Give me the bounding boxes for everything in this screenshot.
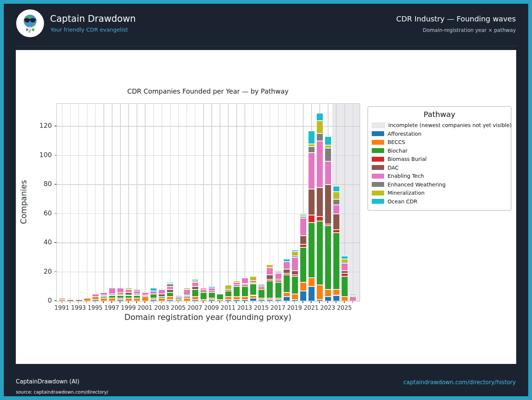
bar-segment — [258, 286, 265, 288]
bar-segment — [308, 223, 315, 278]
bar-segment — [266, 300, 273, 301]
bar-segment — [208, 300, 215, 301]
bar-segment — [250, 281, 257, 282]
bar-segment — [100, 295, 107, 297]
legend-swatch — [372, 148, 384, 153]
bar-segment — [250, 276, 257, 281]
bar-segment — [300, 291, 307, 301]
x-tick-mark — [302, 301, 303, 303]
bar-segment — [242, 284, 248, 285]
legend-label: Incomplete (newest companies not yet vis… — [388, 122, 512, 128]
legend-item: Enhanced Weathering — [372, 180, 507, 189]
bar-segment — [167, 282, 173, 284]
bar-segment — [175, 300, 182, 301]
bar-segment — [242, 285, 248, 286]
bar-segment — [325, 185, 331, 224]
bar-segment — [258, 300, 265, 301]
bar-segment — [300, 214, 307, 215]
footer-link[interactable]: captaindrawdown.com/directory/history — [403, 379, 516, 386]
bar-segment — [184, 289, 190, 295]
bar-segment — [292, 300, 298, 301]
brand-tagline: Your friendly CDR evangelist — [50, 27, 128, 33]
bar-segment — [341, 263, 348, 270]
x-tick-mark — [286, 301, 287, 303]
x-tick-mark — [228, 301, 228, 303]
bar-segment — [167, 297, 173, 300]
bar-segment — [192, 281, 199, 282]
bar-segment — [109, 298, 116, 301]
bar-segment — [283, 269, 290, 274]
bar-segment — [175, 295, 182, 297]
bar-segment — [59, 298, 65, 300]
bar-segment — [109, 294, 116, 295]
bar-segment — [192, 282, 199, 287]
y-tick-mark — [55, 155, 56, 156]
x-tick-mark — [178, 301, 179, 303]
bar-segment — [134, 298, 140, 301]
bar-segment — [225, 285, 232, 289]
bar-segment — [233, 286, 240, 297]
bar-segment — [308, 147, 315, 152]
bar-segment — [158, 294, 165, 297]
bar-segment — [250, 284, 257, 295]
legend-swatch — [372, 165, 384, 170]
bar-segment — [333, 295, 340, 301]
bar-segment — [316, 300, 323, 301]
gridline-horizontal — [57, 126, 360, 127]
bar-segment — [266, 275, 273, 279]
bar-segment — [167, 300, 173, 301]
bar-segment — [341, 259, 348, 264]
y-tick-mark — [55, 271, 56, 272]
legend-item: Enabling Tech — [372, 172, 507, 180]
bar-segment — [192, 289, 199, 297]
x-tick-mark — [244, 301, 245, 303]
bar-segment — [200, 291, 207, 292]
bar-segment — [233, 281, 240, 282]
legend-item: Biomass Burial — [372, 155, 507, 164]
bar-segment — [325, 297, 331, 301]
x-tick-mark — [62, 301, 62, 303]
bar-segment — [150, 298, 157, 300]
brand-name: Captain Drawdown — [50, 14, 136, 24]
x-tick-mark — [269, 301, 270, 303]
bar-segment — [283, 275, 290, 292]
bar-segment — [333, 205, 340, 214]
header-divider — [16, 46, 516, 46]
bar-segment — [292, 271, 298, 275]
earth-mascot-icon — [19, 12, 41, 35]
legend-item: Incomplete (newest companies not yet vis… — [372, 121, 507, 130]
legend-swatch — [372, 182, 384, 187]
bar-segment — [117, 295, 124, 298]
x-tick-mark — [236, 301, 237, 303]
bar-segment — [167, 292, 173, 297]
x-tick-mark — [195, 301, 195, 303]
bar-segment — [341, 273, 348, 276]
bar-segment — [333, 233, 340, 289]
bar-segment — [325, 145, 331, 148]
x-tick-mark — [353, 301, 353, 303]
bar-segment — [341, 256, 348, 259]
y-tick-label: 120 — [16, 122, 52, 129]
chart-title: CDR Companies Founded per Year — by Path… — [56, 88, 359, 95]
bar-segment — [150, 291, 157, 294]
bar-segment — [350, 294, 356, 295]
page-subtitle: Domain-registration year × pathway — [423, 27, 516, 33]
bar-segment — [333, 186, 340, 192]
bar-segment — [266, 298, 273, 300]
y-tick-mark — [55, 213, 56, 214]
bar-segment — [192, 279, 199, 281]
bar-segment — [316, 221, 323, 285]
bar-segment — [242, 278, 248, 283]
x-tick-mark — [103, 301, 104, 303]
y-tick-label: 40 — [16, 238, 52, 246]
bar-segment — [275, 298, 282, 300]
bar-segment — [341, 271, 348, 274]
bar-segment — [266, 279, 273, 281]
bar-segment — [217, 300, 223, 301]
bar-segment — [300, 282, 307, 291]
bar-segment — [325, 148, 331, 161]
bar-segment — [225, 300, 232, 301]
bar-segment — [250, 298, 257, 301]
legend-label: Enhanced Weathering — [388, 182, 445, 188]
x-tick-mark — [311, 301, 312, 303]
